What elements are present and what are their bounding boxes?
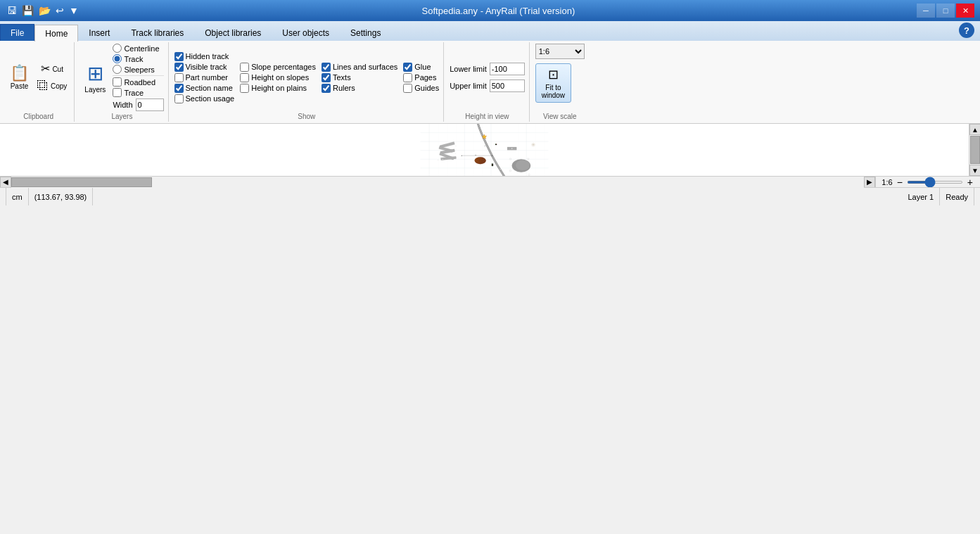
svg-point-32: [495, 145, 496, 146]
svg-point-45: [480, 159, 481, 160]
help-icon[interactable]: ?: [959, 23, 974, 38]
tab-file[interactable]: File: [0, 24, 34, 41]
vertical-scrollbar[interactable]: ▲ ▼: [969, 124, 980, 176]
check-slope-percentages[interactable]: Slope percentages: [240, 63, 316, 72]
window-title: Softpedia.any - AnyRail (Trial version): [80, 6, 917, 16]
lower-limit-row: Lower limit: [450, 63, 525, 75]
check-height-on-plains[interactable]: Height on plains: [240, 84, 316, 93]
height-content: Lower limit Upper limit: [450, 44, 525, 111]
maximize-button[interactable]: □: [936, 4, 955, 18]
status-bar: cm (113.67, 93.98) Layer 1 Ready: [0, 187, 980, 205]
svg-point-10: [485, 146, 486, 147]
check-roadbed[interactable]: Roadbed: [113, 77, 163, 87]
check-visible-track[interactable]: Visible track: [174, 63, 235, 72]
height-in-view-group: Lower limit Upper limit Height in view: [445, 42, 530, 122]
cut-button[interactable]: ✂ Cut: [34, 62, 70, 76]
layers-icon: ⊞: [87, 62, 103, 85]
svg-text:→: →: [454, 149, 456, 151]
qa-save[interactable]: 💾: [20, 4, 35, 18]
scroll-down-button[interactable]: ▼: [969, 165, 980, 176]
svg-point-47: [511, 148, 513, 149]
width-row: Width: [113, 98, 163, 111]
scroll-track-horizontal[interactable]: [11, 177, 864, 188]
zoom-in-button[interactable]: +: [966, 177, 974, 188]
tab-track-libraries[interactable]: Track libraries: [120, 24, 194, 41]
svg-point-22: [442, 158, 443, 160]
title-bar: 🖫 💾 📂 ↩ ▼ Softpedia.any - AnyRail (Trial…: [0, 0, 980, 21]
check-glue[interactable]: Glue: [403, 63, 439, 72]
quick-access-toolbar[interactable]: 🖫 💾 📂 ↩ ▼: [6, 4, 80, 18]
show-col-2: Slope percentages Height on slopes Heigh…: [240, 63, 316, 93]
paste-icon: 📋: [10, 65, 29, 81]
scroll-left-button[interactable]: ◀: [0, 177, 11, 188]
check-trace[interactable]: Trace: [113, 88, 163, 97]
check-hidden-track[interactable]: Hidden track: [174, 52, 235, 61]
fit-icon: ⊡: [548, 67, 559, 82]
radio-sleepers[interactable]: Sleepers: [113, 65, 163, 74]
radio-centerline[interactable]: Centerline: [113, 44, 163, 53]
tab-object-libraries[interactable]: Object libraries: [194, 24, 272, 41]
copy-button[interactable]: ⿻ Copy: [34, 79, 70, 93]
show-col-3: Lines and surfaces Texts Rulers: [322, 63, 397, 93]
check-section-name[interactable]: Section name: [174, 84, 235, 93]
svg-point-11: [499, 169, 501, 170]
svg-point-33: [496, 145, 497, 146]
zoom-controls: 1:6 − +: [875, 177, 980, 188]
canvas-and-scrollbar: → → → → ← 50: [0, 124, 980, 176]
scroll-track-vertical[interactable]: [969, 135, 980, 165]
zoom-scale-label: 1:6: [882, 178, 892, 186]
svg-text:→: →: [455, 145, 457, 146]
canvas-svg: → → → → ← 50: [0, 124, 969, 176]
check-texts[interactable]: Texts: [322, 73, 397, 82]
scroll-thumb-horizontal[interactable]: [11, 177, 152, 187]
tab-home[interactable]: Home: [34, 25, 78, 42]
clipboard-group: 📋 Paste ✂ Cut ⿻ Copy Clipboard: [3, 42, 75, 122]
check-section-usage[interactable]: Section usage: [174, 94, 235, 103]
qa-undo[interactable]: ↩: [54, 4, 65, 18]
scroll-up-button[interactable]: ▲: [969, 124, 980, 135]
tab-user-objects[interactable]: User objects: [272, 24, 340, 41]
svg-point-38: [492, 166, 492, 167]
canvas-container[interactable]: → → → → ← 50: [0, 124, 969, 176]
svg-rect-29: [495, 144, 497, 145]
svg-text:50: 50: [475, 154, 476, 155]
check-part-number[interactable]: Part number: [174, 73, 235, 82]
show-label: Show: [298, 113, 315, 120]
horizontal-scrollbar[interactable]: ◀ ▶ 1:6 − +: [0, 176, 980, 187]
zoom-out-button[interactable]: −: [896, 177, 904, 188]
close-button[interactable]: ✕: [956, 4, 974, 18]
qa-open[interactable]: 📂: [37, 4, 52, 18]
check-lines-surfaces[interactable]: Lines and surfaces: [322, 63, 397, 72]
copy-icon: ⿻: [37, 80, 49, 91]
status-unit: cm: [6, 188, 29, 205]
minimize-button[interactable]: ─: [917, 4, 935, 18]
qa-dropdown[interactable]: ▼: [68, 4, 80, 18]
check-height-on-slopes[interactable]: Height on slopes: [240, 73, 316, 82]
svg-rect-31: [496, 144, 497, 145]
check-rulers[interactable]: Rulers: [322, 84, 397, 93]
upper-limit-input[interactable]: [490, 80, 525, 92]
status-ready: Ready: [940, 188, 974, 205]
scale-select[interactable]: 1:6 1:1 1:2 1:4 1:8 1:10: [535, 44, 585, 59]
layers-content: ⊞ Layers Centerline Track Sleepers: [80, 44, 163, 111]
lower-limit-input[interactable]: [490, 63, 525, 75]
qa-new[interactable]: 🖫: [6, 4, 18, 18]
scroll-thumb-vertical[interactable]: [970, 136, 980, 164]
zoom-slider[interactable]: [907, 181, 963, 184]
radio-track[interactable]: Track: [113, 54, 163, 63]
tab-insert[interactable]: Insert: [78, 24, 120, 41]
fit-to-window-button[interactable]: ⊡ Fit towindow: [535, 63, 571, 103]
view-scale-label: View scale: [543, 113, 577, 120]
svg-rect-37: [492, 165, 492, 166]
svg-rect-35: [492, 164, 492, 165]
window-controls[interactable]: ─ □ ✕: [917, 4, 974, 18]
scroll-right-button[interactable]: ▶: [864, 177, 875, 188]
check-guides[interactable]: Guides: [403, 84, 439, 93]
width-input[interactable]: [136, 98, 164, 111]
svg-text:→: →: [454, 153, 456, 154]
clipboard-buttons: 📋 Paste ✂ Cut ⿻ Copy: [7, 44, 70, 111]
layers-button[interactable]: ⊞ Layers: [80, 59, 110, 96]
check-pages[interactable]: Pages: [403, 73, 439, 82]
tab-settings[interactable]: Settings: [340, 24, 391, 41]
paste-button[interactable]: 📋 Paste: [7, 64, 32, 91]
